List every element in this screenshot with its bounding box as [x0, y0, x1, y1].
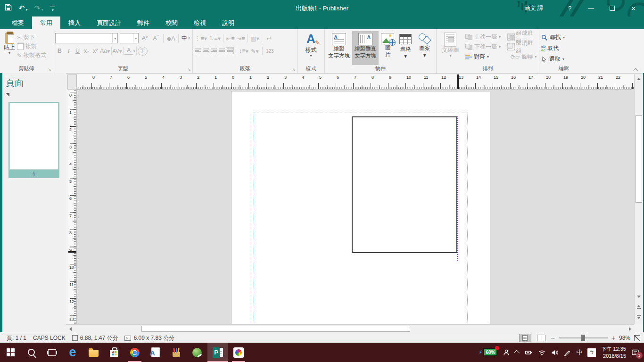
draw-text-box-button[interactable]: A 繪製文字方塊 [327, 31, 351, 65]
collapse-ribbon-button[interactable] [634, 68, 638, 71]
tab-insert[interactable]: 插入 [60, 16, 89, 29]
scroll-down-button[interactable] [635, 292, 643, 301]
table-button[interactable]: 表格 ▾ [397, 31, 414, 65]
horizontal-scrollbar[interactable] [66, 324, 634, 333]
scroll-right-button[interactable] [626, 325, 634, 333]
distribute-button[interactable] [227, 47, 233, 55]
cut-button[interactable]: ✂剪下 [17, 33, 46, 42]
taskbar-edge[interactable]: e [62, 343, 83, 362]
font-size-combobox[interactable]: ▾ [120, 33, 139, 43]
clear-formatting-button[interactable]: ◆A [166, 33, 175, 43]
character-outline-button[interactable]: 字 [138, 47, 148, 56]
send-backward-button[interactable]: 下移一層▾ [465, 42, 504, 51]
taskbar-stationery-app[interactable] [166, 343, 187, 362]
ime-mode-indicator[interactable]: 中 [576, 348, 582, 357]
taskbar-photo-editor-app[interactable] [187, 343, 207, 362]
two-page-spread-button[interactable] [535, 334, 547, 342]
taskbar-publisher[interactable]: P [207, 343, 228, 362]
styles-button[interactable]: A ✎ 樣式 ▾ [299, 31, 322, 60]
close-button[interactable]: × [623, 0, 644, 16]
align-left-button[interactable] [195, 47, 201, 55]
italic-button[interactable]: I [64, 46, 73, 56]
maximize-button[interactable] [602, 0, 623, 16]
paste-button[interactable]: 貼上 ▾ [2, 31, 17, 65]
wrap-text-button[interactable]: 文繞圖 ▾ [438, 31, 462, 65]
fit-page-button[interactable] [634, 335, 640, 341]
scroll-left-button[interactable] [66, 325, 74, 333]
format-painter-button[interactable]: ✎複製格式 [17, 51, 46, 60]
bring-forward-button[interactable]: 上移一層▾ [465, 33, 504, 41]
vertical-scrollbar-thumb[interactable] [636, 115, 642, 203]
superscript-button[interactable]: x² [91, 46, 100, 56]
single-page-view-button[interactable] [519, 334, 531, 342]
horizontal-ruler[interactable]: 8765432101234567891011121314151617181920… [77, 74, 634, 90]
zoom-slider[interactable] [559, 337, 608, 338]
tab-file[interactable]: 檔案 [4, 16, 32, 29]
paragraph-shading-button[interactable]: ✎▾ [250, 46, 259, 56]
align-right-button[interactable] [211, 47, 217, 55]
people-icon[interactable] [503, 349, 510, 356]
vertical-text-box-object[interactable] [352, 116, 457, 253]
wifi-icon[interactable] [538, 349, 546, 356]
character-spacing-button[interactable]: AV▾ [113, 46, 122, 56]
zoom-out-button[interactable]: − [551, 334, 555, 342]
draw-vertical-text-box-button[interactable]: A 繪製垂直文字方塊 [352, 31, 379, 65]
bold-button[interactable]: B [55, 46, 64, 56]
columns-button[interactable]: ▥▾ [250, 33, 259, 43]
taskbar-search-button[interactable] [21, 343, 41, 362]
change-case-button[interactable]: Aa▾ [100, 46, 110, 56]
page-thumbnail[interactable]: 1 [8, 102, 59, 178]
tab-review[interactable]: 校閱 [157, 16, 186, 29]
zoom-slider-knob[interactable] [581, 335, 585, 341]
select-button[interactable]: 選取▾ [541, 54, 586, 64]
increase-indent-button[interactable]: ⇥≡ [236, 33, 245, 43]
battery-widget[interactable]: ⚡ 60% [478, 348, 497, 356]
align-button[interactable]: 對齊▾ [465, 52, 507, 61]
action-center-button[interactable]: 3 [631, 349, 639, 356]
horizontal-scrollbar-thumb[interactable] [141, 326, 410, 332]
clipboard-dialog-launcher[interactable]: ↘ [47, 67, 52, 72]
align-center-button[interactable] [203, 47, 209, 55]
phonetic-guide-button[interactable]: 中ㄆ [182, 33, 190, 43]
previous-page-button[interactable] [635, 303, 643, 311]
font-dialog-launcher[interactable]: ↘ [187, 67, 191, 72]
find-button[interactable]: 尋找▾ [541, 33, 586, 42]
rotate-button[interactable]: ⟳▱旋轉▾ [511, 52, 537, 61]
taskbar-paint-app[interactable] [228, 343, 249, 362]
taskbar-clock[interactable]: 下午 12:35 2018/8/15 [601, 346, 626, 360]
pen-icon[interactable] [564, 349, 571, 356]
tab-page-design[interactable]: 頁面設計 [89, 16, 129, 29]
bullets-button[interactable]: ⋮≡▾ [195, 33, 207, 43]
task-view-button[interactable] [41, 343, 62, 362]
shrink-font-button[interactable]: Aˇ [151, 33, 160, 43]
copy-button[interactable]: 複製 [17, 42, 46, 51]
ruler-origin-box[interactable] [67, 74, 77, 90]
tab-home[interactable]: 常用 [32, 16, 60, 29]
pictures-button[interactable]: 圖片 [380, 31, 396, 65]
zoom-level[interactable]: 98% [619, 335, 630, 341]
taskbar-chrome[interactable] [124, 343, 145, 362]
object-position[interactable]: 6.88, 1.47 公分 [72, 334, 118, 342]
scroll-up-button[interactable] [635, 74, 643, 83]
ime-keyboard-icon[interactable]: ㄅ [587, 348, 596, 357]
subscript-button[interactable]: x₂ [82, 46, 91, 56]
shapes-button[interactable]: 圖案 ▾ [415, 31, 434, 65]
vertical-ruler[interactable]: 012345678910111213 [68, 90, 77, 324]
help-button[interactable]: ? [559, 0, 580, 16]
taskbar-document-app[interactable]: A [145, 343, 166, 362]
zoom-in-button[interactable]: + [611, 334, 615, 342]
next-page-button[interactable] [635, 313, 643, 321]
tab-view[interactable]: 檢視 [186, 16, 214, 29]
numbering-button[interactable]: ⒈≡▾ [208, 33, 221, 43]
ungroup-button[interactable]: 取消群組 [508, 42, 537, 51]
taskbar-file-explorer[interactable] [83, 343, 104, 362]
power-icon[interactable] [525, 349, 533, 356]
start-button[interactable] [0, 343, 21, 362]
grow-font-button[interactable]: A^ [140, 33, 149, 43]
page-indicator[interactable]: 頁: 1 / 1 [7, 334, 26, 342]
line-numbers-button[interactable]: 123 [265, 46, 274, 56]
tab-help[interactable]: 說明 [214, 16, 242, 29]
special-characters-button[interactable]: ↵ [264, 33, 273, 43]
speaker-icon[interactable] [551, 349, 559, 356]
replace-button[interactable]: abac 取代 [541, 43, 586, 53]
